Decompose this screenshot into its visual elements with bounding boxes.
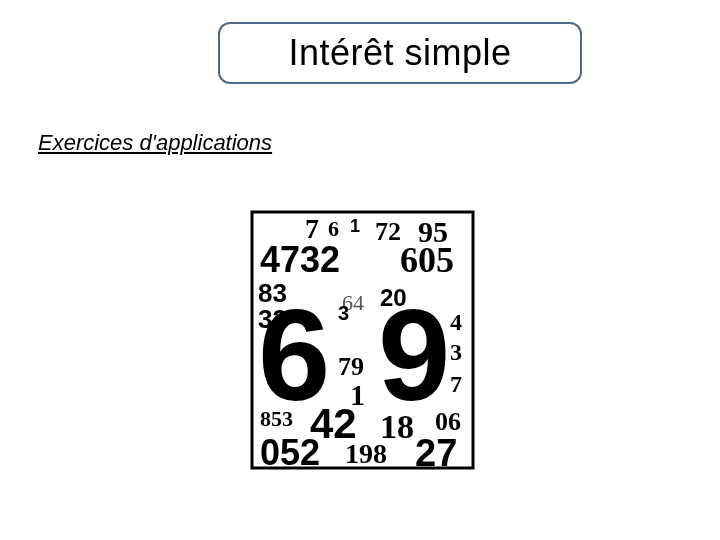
svg-text:3: 3 — [450, 339, 462, 365]
svg-text:853: 853 — [260, 406, 293, 431]
svg-text:72: 72 — [375, 217, 401, 246]
svg-text:6: 6 — [328, 216, 339, 241]
section-heading: Exercices d'applications — [38, 130, 272, 156]
svg-text:052: 052 — [260, 432, 320, 470]
svg-text:1: 1 — [350, 216, 360, 236]
title-frame: Intérêt simple — [218, 22, 582, 84]
page-title: Intérêt simple — [288, 32, 511, 74]
svg-text:198: 198 — [345, 438, 387, 469]
svg-text:4: 4 — [450, 309, 462, 335]
svg-text:4732: 4732 — [260, 239, 340, 280]
svg-text:27: 27 — [415, 432, 457, 470]
svg-text:79: 79 — [338, 352, 364, 381]
decorative-numbers-collage: 7 6 1 72 95 4732 605 83 32 64 20 6 9 3 7… — [250, 210, 475, 470]
svg-text:7: 7 — [450, 371, 462, 397]
svg-text:3: 3 — [338, 302, 349, 324]
slide: Intérêt simple Exercices d'applications … — [0, 0, 720, 540]
svg-text:605: 605 — [400, 240, 454, 280]
